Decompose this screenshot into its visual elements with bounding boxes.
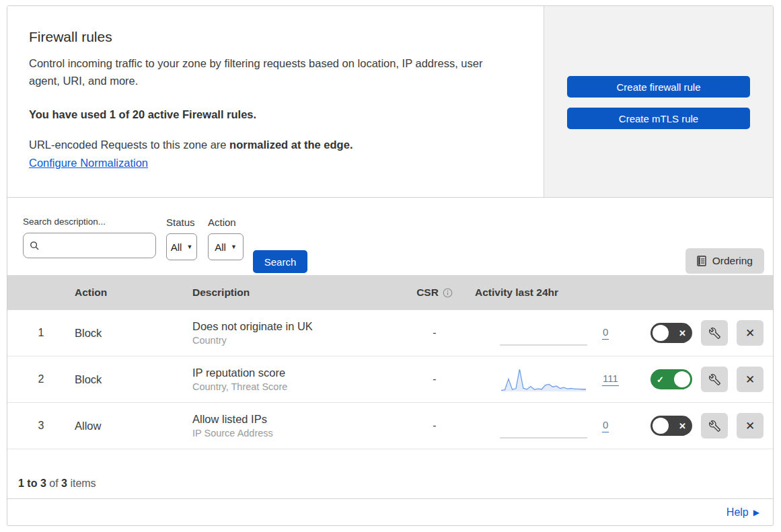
help-arrow-icon: ▶ [753, 508, 759, 517]
info-icon[interactable] [443, 288, 453, 298]
create-mtls-rule-button[interactable]: Create mTLS rule [567, 108, 750, 129]
x-icon: ✕ [679, 329, 686, 338]
search-column: Search description... [23, 217, 156, 275]
activity-count-link[interactable]: 111 [602, 373, 619, 386]
rule-description: Allow listed IPs [192, 413, 401, 426]
table-row: 1 Block Does not originate in UK Country… [7, 310, 773, 356]
activity-count-link[interactable]: 0 [602, 326, 609, 340]
search-button[interactable]: Search [253, 250, 307, 273]
ordering-button[interactable]: Ordering [685, 248, 764, 274]
toggle-knob [653, 418, 669, 434]
x-icon: ✕ [745, 374, 755, 385]
rule-priority: 1 [7, 327, 75, 339]
items-range: 1 to 3 [18, 478, 46, 489]
edit-rule-button[interactable] [701, 413, 728, 439]
delete-rule-button[interactable]: ✕ [737, 413, 764, 439]
check-icon: ✓ [657, 375, 664, 384]
search-input[interactable] [44, 239, 149, 252]
column-csr-header: CSR [401, 287, 468, 299]
rule-action: Block [75, 327, 192, 340]
rule-priority: 3 [7, 420, 75, 432]
usage-summary: You have used 1 of 20 active Firewall ru… [29, 108, 496, 121]
chevron-down-icon: ▼ [186, 244, 192, 250]
wrench-icon [709, 420, 720, 432]
rule-controls: ✓ ✕ ✕ [645, 413, 773, 439]
page-title: Firewall rules [29, 29, 496, 45]
delete-rule-button[interactable]: ✕ [737, 367, 764, 392]
edit-rule-button[interactable] [701, 320, 728, 346]
chevron-down-icon: ▼ [231, 244, 237, 250]
page-description: Control incoming traffic to your zone by… [29, 54, 496, 90]
csr-header-label: CSR [416, 287, 439, 299]
rule-csr-value: - [401, 373, 468, 385]
table-row: 2 Block IP reputation score Country, Thr… [7, 356, 773, 403]
header-text-panel: Firewall rules Control incoming traffic … [7, 6, 544, 197]
toggle-knob [653, 325, 669, 341]
wrench-icon [709, 374, 720, 385]
rule-enabled-toggle[interactable]: ✓ ✕ [650, 323, 692, 343]
x-icon: ✕ [679, 422, 686, 430]
firewall-rules-card: Firewall rules Control incoming traffic … [7, 5, 774, 526]
filter-bar: Search description... Status All ▼ Actio… [7, 198, 773, 275]
action-dropdown-value: All [215, 241, 226, 253]
search-input-wrapper[interactable] [23, 233, 156, 258]
rule-description: Does not originate in UK [192, 320, 401, 333]
rule-description-cell: Does not originate in UK Country [192, 320, 401, 346]
configure-normalization-link[interactable]: Configure Normalization [29, 157, 148, 169]
edit-rule-button[interactable] [701, 367, 728, 392]
filter-spacer [307, 217, 685, 275]
column-action-header: Action [75, 287, 192, 299]
action-dropdown[interactable]: All ▼ [208, 233, 244, 260]
wrench-icon [709, 328, 720, 339]
rule-action: Allow [75, 420, 192, 432]
x-icon: ✕ [745, 420, 755, 432]
actions-panel: Create firewall rule Create mTLS rule [544, 6, 773, 197]
rule-enabled-toggle[interactable]: ✓ ✕ [650, 369, 692, 389]
normalization-prefix: URL-encoded Requests to this zone are [29, 139, 229, 151]
pagination-summary: 1 to 3 of 3 items [7, 449, 773, 499]
rule-controls: ✓ ✕ ✕ [645, 367, 773, 392]
items-of: of [46, 478, 61, 489]
rule-enabled-toggle[interactable]: ✓ ✕ [650, 416, 692, 436]
ordering-button-label: Ordering [712, 255, 753, 267]
search-icon [30, 241, 40, 251]
rule-description-cell: Allow listed IPs IP Source Address [192, 413, 401, 439]
rule-description: IP reputation score [192, 367, 401, 379]
rule-action: Block [75, 373, 192, 386]
status-dropdown-value: All [171, 241, 182, 253]
column-description-header: Description [192, 287, 401, 299]
rule-activity-cell: 111 [468, 365, 645, 394]
ordering-icon [697, 256, 706, 266]
header-section: Firewall rules Control incoming traffic … [7, 6, 773, 198]
status-label: Status [166, 217, 197, 228]
action-label: Action [208, 217, 244, 228]
status-filter-column: Status All ▼ [156, 217, 197, 275]
rule-controls: ✓ ✕ ✕ [645, 320, 773, 346]
status-dropdown[interactable]: All ▼ [166, 233, 197, 260]
rule-fields: Country, Threat Score [192, 381, 401, 392]
activity-sparkline [500, 411, 587, 441]
table-header: Action Description CSR Activity last 24h… [7, 275, 773, 310]
normalization-bold: normalized at the edge. [229, 139, 352, 151]
items-word: items [67, 478, 96, 489]
delete-rule-button[interactable]: ✕ [737, 320, 764, 346]
column-activity-header: Activity last 24hr [468, 287, 645, 299]
rule-description-cell: IP reputation score Country, Threat Scor… [192, 367, 401, 392]
activity-sparkline [500, 365, 587, 394]
rule-csr-value: - [401, 420, 468, 432]
help-link[interactable]: Help ▶ [727, 506, 759, 519]
activity-sparkline [500, 318, 587, 348]
table-row: 3 Allow Allow listed IPs IP Source Addre… [7, 403, 773, 449]
x-icon: ✕ [745, 328, 755, 339]
toggle-knob [674, 371, 690, 387]
create-firewall-rule-button[interactable]: Create firewall rule [567, 76, 750, 98]
help-label: Help [727, 506, 749, 519]
activity-count-link[interactable]: 0 [602, 419, 609, 432]
items-total: 3 [61, 478, 67, 489]
help-row: Help ▶ [7, 499, 773, 526]
rule-activity-cell: 0 [468, 411, 645, 441]
rule-fields: IP Source Address [192, 428, 401, 439]
rule-activity-cell: 0 [468, 318, 645, 348]
normalization-note: URL-encoded Requests to this zone are no… [29, 139, 496, 151]
rule-csr-value: - [401, 327, 468, 339]
